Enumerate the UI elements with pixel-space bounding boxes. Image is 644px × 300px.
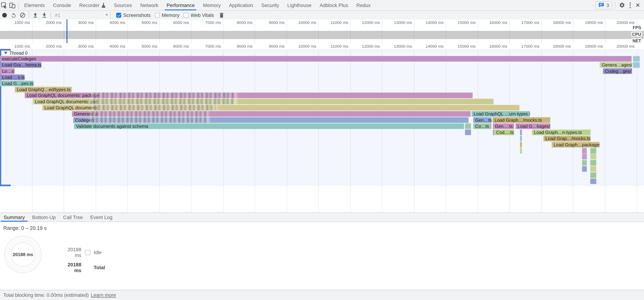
tab-security[interactable]: Security [257,0,283,10]
inspect-element-icon[interactable] [0,1,8,9]
tab-elements[interactable]: Elements [20,0,49,10]
flame-bar[interactable] [582,148,587,154]
flame-bar[interactable] [590,166,596,172]
flame-bar-generate-p[interactable]: Generate: p [72,111,470,117]
playhead-marker[interactable] [66,19,68,43]
flame-bar[interactable] [520,136,522,141]
flame-bar-label: Codegen: [75,118,95,123]
flame-bar[interactable] [590,154,596,160]
flame-bar-label: Cod.…ts [496,130,514,135]
close-icon[interactable]: ✕ [634,2,642,8]
flame-bar[interactable] [520,142,522,147]
flame-bar-load-graphql-documents-package[interactable]: Load GraphQL documents: package [24,93,473,98]
flame-bar-load-graph-mocks-ts[interactable]: Load Graph…/mocks.ts [492,117,550,123]
web-vitals-label: Web Vitals [191,12,214,18]
flame-bar-load-graphql-documents[interactable]: Load GraphQL documents: [42,105,520,111]
tab-label: Security [261,2,279,8]
trash-icon[interactable] [217,11,226,19]
flame-bar[interactable] [590,172,596,178]
flame-bar-codegen[interactable]: Codegen: [73,117,468,123]
flame-bar-load-s-ts[interactable]: Load …s.ts [0,74,24,80]
flame-bar-load-graphql-urn-types-ts[interactable]: Load GraphQL …urn-types.ts [472,111,530,117]
flame-bar-codeg-ges[interactable]: Codeg…ges/ [603,68,632,74]
tab-network[interactable]: Network [136,0,162,10]
flame-chart[interactable]: 1000 ms2000 ms3000 ms4000 ms5000 ms6000 … [0,43,644,213]
screenshots-checkbox[interactable]: Screenshots [116,12,150,18]
tab-sources[interactable]: Sources [110,0,136,10]
flame-bar[interactable] [590,160,596,166]
tab-adblock-plus[interactable]: Adblock Plus [316,0,352,10]
flame-bar-load-graph-packages[interactable]: Load Graph…packages/ [552,142,600,147]
flame-bar-label: Co…ts [475,124,489,129]
flame-bar[interactable] [520,148,522,154]
ruler-tick-label: 6000 ms [173,20,189,25]
flame-bar-gen-ts[interactable]: Gen…ts [473,117,492,123]
flame-bar[interactable] [590,178,596,184]
flame-bar-load-gra-hema-ts[interactable]: Load Gra…hema.ts [0,62,42,68]
issues-button[interactable]: 3 [595,1,612,9]
tab-recorder[interactable]: Recorder [75,0,110,10]
flame-bar[interactable] [582,160,587,166]
ruler-tick-label: 19000 ms [585,20,603,25]
learn-more-link[interactable]: Learn more [91,292,116,298]
ruler-tick-label: 4000 ms [110,20,125,25]
flame-bar-gen-ts[interactable]: Gen.…ts [493,123,514,129]
checkbox-icon[interactable] [155,13,160,18]
web-vitals-checkbox[interactable]: Web Vitals [184,12,214,18]
flame-bar[interactable] [465,123,471,129]
more-options-icon[interactable] [627,1,634,9]
checkbox-checked-icon[interactable] [116,13,121,18]
flame-bar[interactable] [520,130,522,135]
memory-checkbox[interactable]: Memory [155,12,180,18]
flame-bar-genera-ages[interactable]: Genera…ages/ [600,62,632,68]
tab-label: Performance [166,2,195,8]
legend-label: Idle [94,249,105,255]
device-toolbar-icon[interactable] [8,1,16,9]
flame-bar-cod-ts[interactable]: Cod.…ts [494,130,514,135]
capture-history-select[interactable]: #1 ▼ [53,12,108,18]
export-profile-icon[interactable] [40,11,49,19]
divider [50,12,51,18]
tab-application[interactable]: Application [225,0,257,10]
tab-performance[interactable]: Performance [162,0,199,10]
tab-summary[interactable]: Summary [0,213,28,222]
settings-gear-icon[interactable] [618,1,626,9]
flame-bar[interactable] [633,56,640,62]
clear-icon[interactable] [18,11,27,19]
ruler-tick-label: 3000 ms [78,20,94,25]
flame-bar[interactable] [590,148,596,154]
flame-bar[interactable] [582,166,587,172]
checkbox-icon[interactable] [184,13,188,18]
flame-bar-executecodegen[interactable]: executeCodegen [0,56,632,62]
tab-console[interactable]: Console [49,0,75,10]
flame-bar-validate-documents-against-schema[interactable]: Validate documents against schema [74,123,464,129]
tab-label: Sources [114,2,132,8]
flame-bar-lo-s[interactable]: Lo…s [0,68,15,74]
tab-lighthouse[interactable]: Lighthouse [283,0,316,10]
flame-bar-load-graphq-ed-types-ts[interactable]: Load GraphQ…ed/types.ts [15,87,72,92]
reload-icon[interactable] [9,11,18,19]
flame-bar-load-g-kages[interactable]: Load G…kages/ [516,123,550,129]
chat-bubble-icon [598,3,604,8]
cpu-lane-label: CPU [631,32,642,37]
divider [615,2,615,9]
flame-bar-co-ts[interactable]: Co…ts [473,123,492,129]
flame-bar-load-graphql-documents-pac[interactable]: Load GraphQL documents: pac [33,99,494,105]
flame-bar-load-graph-n-types-ts[interactable]: Load Graph…n-types.ts [532,130,591,135]
record-icon[interactable] [0,11,9,19]
flame-bar-load-grap-mocks-ts[interactable]: Load Grap…/mocks.ts [544,136,591,141]
tab-call-tree[interactable]: Call Tree [60,213,86,222]
timeline-overview[interactable]: 1000 ms2000 ms3000 ms4000 ms5000 ms6000 … [0,19,644,44]
flame-bar[interactable] [582,154,587,160]
redacted-text [92,111,207,117]
tab-label: Memory [203,2,221,8]
tab-memory[interactable]: Memory [199,0,225,10]
import-profile-icon[interactable] [31,11,40,19]
tab-redux[interactable]: Redux [352,0,375,10]
tab-bottom-up[interactable]: Bottom-Up [28,213,59,222]
flame-bar[interactable] [465,130,471,135]
flame-bar-load-g-pes-ts[interactable]: Load G…pes.ts [0,80,34,86]
tab-event-log[interactable]: Event Log [86,213,116,222]
flame-bar[interactable] [633,62,640,68]
legend-swatch-cell [82,250,94,255]
